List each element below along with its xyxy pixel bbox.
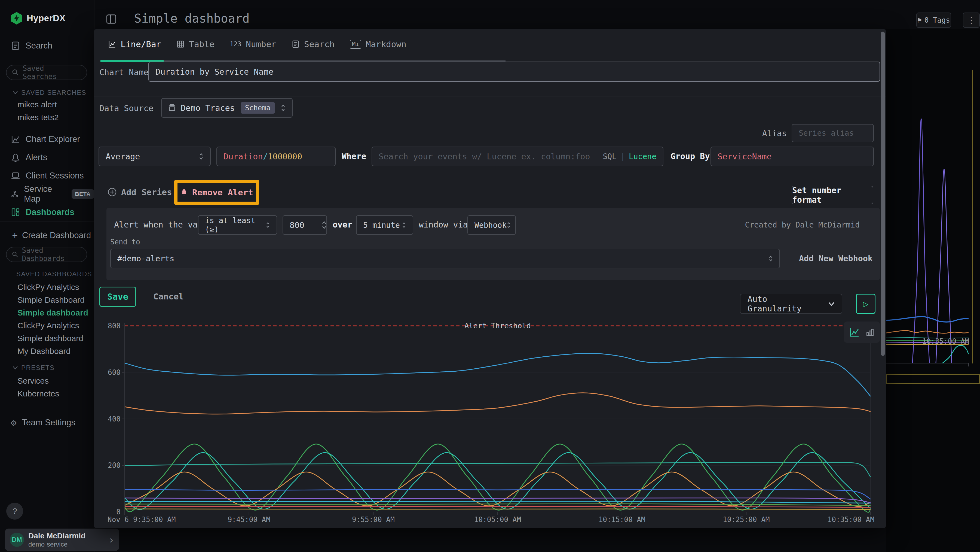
preview-play-button[interactable]: ▷	[856, 294, 875, 314]
logo[interactable]: HyperDX	[11, 12, 65, 24]
dashboard-list: ClickPy AnalyticsSimple DashboardSimple …	[18, 281, 88, 357]
preset-item[interactable]: Kubernetes	[18, 387, 59, 400]
background-chart	[886, 29, 980, 383]
tab-markdown[interactable]: M↓ Markdown	[342, 29, 414, 59]
markdown-icon: M↓	[350, 40, 361, 49]
sidebar-item-alerts[interactable]: Alerts	[11, 148, 47, 166]
send-to-select[interactable]: #demo-alerts	[110, 249, 780, 268]
preset-item[interactable]: Services	[18, 374, 59, 387]
select-chevrons-icon	[768, 255, 773, 262]
select-chevrons-icon	[199, 152, 204, 161]
cancel-button[interactable]: Cancel	[153, 292, 184, 302]
modal-scrollbar[interactable]	[881, 32, 885, 356]
alert-window-select[interactable]: 5 minute	[356, 215, 413, 235]
dashboard-item[interactable]: Simple dashboard	[18, 332, 88, 345]
select-chevrons-icon	[507, 221, 511, 229]
dashboard-item[interactable]: Simple dashboard	[18, 306, 88, 319]
alias-input[interactable]: Series alias	[792, 124, 874, 142]
123-icon: 123	[230, 40, 242, 48]
dashboard-item[interactable]: ClickPy Analytics	[18, 319, 88, 332]
bell-icon	[11, 153, 20, 162]
lucene-toggle: Lucene	[629, 152, 656, 161]
saved-dashboards-input[interactable]: Saved Dashboards	[6, 247, 87, 262]
dashboard-item[interactable]: ClickPy Analytics	[18, 281, 88, 294]
user-name: Dale McDiarmid	[28, 531, 86, 541]
save-button[interactable]: Save	[99, 287, 136, 307]
chevron-down-icon	[13, 272, 13, 276]
x-axis-label: Nov 6 9:35:00 AM	[108, 515, 176, 524]
sidebar-item-chart-explorer[interactable]: Chart Explorer	[11, 130, 80, 148]
add-new-webhook-link[interactable]: Add New Webhook	[799, 254, 873, 263]
alert-threshold-input[interactable]: 800	[283, 215, 327, 235]
query-language-toggle[interactable]: SQL | Lucene	[603, 152, 656, 161]
saved-searches-input[interactable]: Saved Searches	[6, 65, 87, 80]
chevron-down-icon	[13, 366, 18, 370]
x-axis-label: 10:05:00 AM	[474, 515, 521, 524]
background-chart-time-label: 10:35:00 AM	[920, 337, 969, 346]
data-source-select[interactable]: Demo Traces Schema	[161, 98, 293, 118]
alert-operator-select[interactable]: is at least (≥)	[198, 215, 277, 235]
select-chevrons-icon	[281, 104, 286, 112]
help-button[interactable]: ?	[6, 503, 23, 520]
dashboard-item[interactable]: Simple Dashboard	[18, 294, 88, 306]
chevron-down-icon	[13, 91, 18, 94]
remove-alert-button[interactable]: Remove Alert	[180, 187, 253, 197]
sidebar-item-search[interactable]: Search	[11, 41, 52, 51]
create-dashboard-button[interactable]: + Create Dashboard	[12, 228, 91, 243]
tab-search[interactable]: Search	[284, 29, 342, 59]
user-card[interactable]: DM Dale McDiarmid demo-service - ›	[5, 528, 119, 551]
dashboard-item[interactable]: My Dashboard	[18, 345, 88, 357]
hyperdx-logo-icon	[11, 12, 22, 24]
page-title: Simple dashboard	[134, 11, 250, 26]
alert-channel-select[interactable]: Webhook	[468, 215, 516, 235]
magnifier-icon	[12, 251, 18, 258]
bell-icon	[180, 188, 188, 196]
sidebar-item-team-settings[interactable]: ⚙ Team Settings	[11, 413, 75, 432]
avatar: DM	[10, 533, 24, 547]
table-icon	[177, 40, 185, 48]
chevron-up-icon	[322, 221, 326, 224]
preset-list: ServicesKubernetes	[18, 374, 59, 400]
select-chevrons-icon	[266, 221, 270, 229]
tags-button[interactable]: ⚑ 0 Tags	[916, 13, 951, 28]
aggregation-select[interactable]: Average	[99, 147, 211, 166]
sidebar-item-client-sessions[interactable]: Client Sessions	[11, 167, 84, 185]
field-input[interactable]: Duration/1000000	[216, 147, 336, 166]
y-axis-label: 800	[102, 322, 121, 330]
modal-divider	[94, 96, 886, 96]
group-by-label: Group By	[670, 152, 710, 161]
chevron-down-icon	[828, 302, 835, 306]
saved-searches-header[interactable]: SAVED SEARCHES	[13, 89, 86, 96]
group-by-input[interactable]: ServiceName	[711, 147, 874, 166]
chart-type-toggle[interactable]	[844, 322, 880, 343]
saved-dashboards-header[interactable]: SAVED DASHBOARDS	[13, 270, 92, 278]
magnifier-icon	[12, 69, 19, 76]
tab-line-bar[interactable]: Line/Bar	[100, 29, 169, 59]
chevron-down-icon	[322, 226, 326, 229]
saved-search-item[interactable]: mikes tets2	[18, 111, 59, 124]
y-axis-label: 0	[102, 508, 121, 516]
saved-search-item[interactable]: mikes alert	[18, 98, 59, 111]
threshold-stepper[interactable]	[318, 216, 326, 234]
select-chevrons-icon	[402, 221, 406, 229]
x-axis-label: 9:45:00 AM	[228, 515, 270, 524]
tab-table[interactable]: Table	[169, 29, 222, 59]
search-doc-icon	[11, 41, 20, 50]
saved-search-list: mikes alertmikes tets2	[18, 98, 59, 124]
where-search-input[interactable]: Search your events w/ Lucene ex. column:…	[372, 147, 663, 166]
set-number-format-button[interactable]: Set number format	[792, 186, 873, 204]
granularity-select[interactable]: Auto Granularity	[740, 294, 842, 314]
app-root: Simple dashboard ⚑ 0 Tags ⋮ ▷ 10:35:00 A…	[0, 0, 980, 552]
over-label: over	[332, 220, 352, 230]
chart-name-input[interactable]: Duration by Service Name	[148, 62, 880, 82]
presets-header[interactable]: PRESETS	[13, 364, 55, 372]
add-series-button[interactable]: Add Series	[108, 180, 172, 204]
saved-searches-placeholder: Saved Searches	[22, 64, 81, 81]
sidebar-item-service-map[interactable]: Service Map BETA	[11, 185, 94, 203]
window-via-label: window via	[419, 220, 468, 230]
kebab-menu-button[interactable]: ⋮	[963, 13, 980, 28]
sidebar-item-dashboards[interactable]: Dashboards	[11, 203, 74, 221]
tab-number[interactable]: 123 Number	[222, 29, 284, 59]
sidebar-collapse-icon[interactable]	[106, 14, 117, 24]
alert-config-panel: Alert when the value is at least (≥) 800…	[107, 208, 880, 280]
